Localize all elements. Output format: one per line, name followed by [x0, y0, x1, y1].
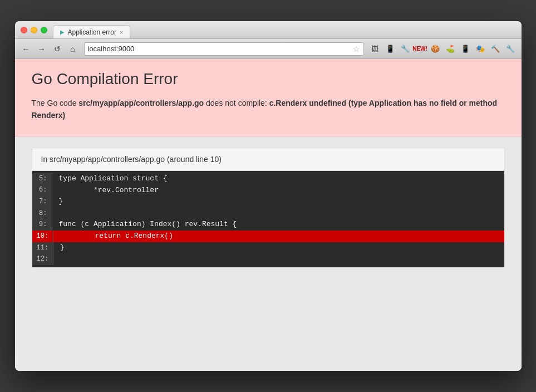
address-bar-container: ☆ [84, 42, 364, 56]
line-number: 10: [32, 231, 54, 242]
toolbar-btn-5[interactable]: ⛳ [444, 42, 457, 56]
toolbar-btn-new[interactable]: NEW! [414, 42, 427, 56]
tab-label: Application error [68, 28, 116, 36]
toolbar-icons: 🖼 📱 🔧 NEW! 🍪 ⛳ 📱 🎭 🔨 🔧 [368, 42, 517, 56]
code-block: 5:type Application struct {6: *rev.Contr… [32, 171, 504, 267]
tab-bar: ▶ Application error × [53, 21, 131, 38]
maximize-button[interactable] [41, 27, 47, 33]
forward-button[interactable]: → [35, 42, 48, 56]
line-number: 6: [32, 185, 52, 197]
code-line: 11:} [32, 242, 504, 254]
address-bar[interactable] [88, 45, 353, 53]
toolbar-btn-8[interactable]: 🔨 [489, 42, 502, 56]
browser-window: ▶ Application error × ← → ↺ ⌂ ☆ 🖼 📱 🔧 NE… [15, 21, 522, 371]
code-line: 10: return c.Renderx() [32, 231, 504, 242]
minimize-button[interactable] [31, 27, 37, 33]
error-desc-prefix: The Go code [32, 99, 79, 107]
tab-close-button[interactable]: × [120, 29, 123, 36]
code-line: 6: *rev.Controller [32, 185, 504, 197]
extensions-button[interactable]: 🖼 [368, 42, 382, 56]
line-content: } [53, 242, 71, 254]
code-line: 9:func (c Application) Index() rev.Resul… [32, 219, 504, 231]
error-title: Go Compilation Error [32, 70, 505, 88]
back-button[interactable]: ← [19, 42, 33, 56]
reload-button[interactable]: ↺ [51, 42, 64, 56]
line-content: func (c Application) Index() rev.Result … [52, 219, 244, 231]
code-location: In src/myapp/app/controllers/app.go (aro… [32, 148, 504, 171]
code-line: 7:} [32, 196, 504, 208]
error-header: Go Compilation Error The Go code src/mya… [15, 59, 522, 136]
window-controls [21, 27, 47, 33]
line-content: } [52, 196, 70, 208]
line-content: return c.Renderx() [53, 231, 180, 242]
home-button[interactable]: ⌂ [66, 42, 80, 56]
code-section: In src/myapp/app/controllers/app.go (aro… [32, 148, 505, 268]
close-button[interactable] [21, 27, 27, 33]
browser-tab[interactable]: ▶ Application error × [53, 25, 131, 38]
code-line: 12: [32, 254, 504, 265]
toolbar-btn-cookie[interactable]: 🍪 [429, 42, 442, 56]
line-content [53, 254, 67, 265]
error-description: The Go code src/myapp/app/controllers/ap… [32, 97, 505, 122]
line-number: 9: [32, 219, 52, 231]
line-number: 11: [32, 242, 54, 254]
line-number: 12: [32, 254, 54, 265]
line-content [52, 208, 66, 219]
error-file: src/myapp/app/controllers/app.go [78, 99, 204, 107]
toolbar-btn-7[interactable]: 🎭 [474, 42, 487, 56]
toolbar: ← → ↺ ⌂ ☆ 🖼 📱 🔧 NEW! 🍪 ⛳ 📱 🎭 🔨 🔧 [15, 39, 522, 59]
error-desc-middle: does not compile: [204, 99, 269, 107]
line-content: type Application struct { [52, 173, 174, 185]
line-number: 8: [32, 208, 52, 219]
bookmark-icon[interactable]: ☆ [353, 45, 360, 53]
line-number: 5: [32, 173, 52, 185]
tab-play-icon: ▶ [60, 29, 65, 35]
toolbar-btn-9[interactable]: 🔧 [504, 42, 517, 56]
toolbar-btn-6[interactable]: 📱 [459, 42, 472, 56]
page-content: Go Compilation Error The Go code src/mya… [15, 59, 522, 371]
code-line: 5:type Application struct { [32, 173, 504, 185]
toolbar-btn-3[interactable]: 🔧 [399, 42, 412, 56]
toolbar-btn-2[interactable]: 📱 [383, 42, 397, 56]
line-number: 7: [32, 196, 52, 208]
line-content: *rev.Controller [52, 185, 165, 197]
code-line: 8: [32, 208, 504, 219]
title-bar: ▶ Application error × [15, 21, 522, 39]
